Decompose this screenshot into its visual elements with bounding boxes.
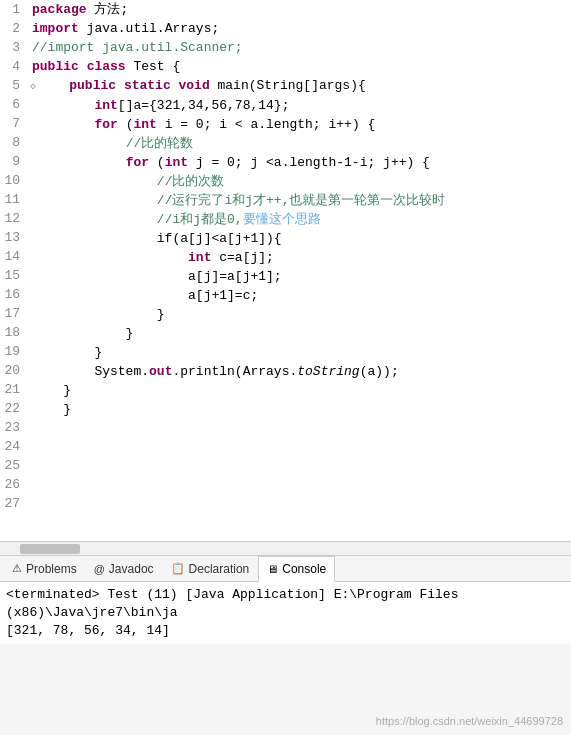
declaration-label: Declaration bbox=[189, 562, 250, 576]
declaration-icon: 📋 bbox=[171, 562, 185, 575]
code-line: for (int i = 0; i < a.length; i++) { bbox=[32, 115, 567, 134]
javadoc-label: Javadoc bbox=[109, 562, 154, 576]
code-line: System.out.println(Arrays.toString(a)); bbox=[32, 362, 567, 381]
code-line: public class Test { bbox=[32, 57, 567, 76]
code-line: } bbox=[32, 305, 567, 324]
horizontal-scrollbar[interactable] bbox=[0, 541, 571, 555]
tab-problems[interactable]: ⚠Problems bbox=[4, 556, 86, 582]
code-line: //比的次数 bbox=[32, 172, 567, 191]
console-line2: [321, 78, 56, 34, 14] bbox=[6, 622, 565, 640]
code-line: a[j]=a[j+1]; bbox=[32, 267, 567, 286]
tabs-bar: ⚠Problems@Javadoc📋Declaration🖥Console bbox=[0, 556, 571, 582]
line-numbers: 1234567891011121314151617181920212223242… bbox=[0, 0, 28, 541]
code-line: a[j+1]=c; bbox=[32, 286, 567, 305]
javadoc-icon: @ bbox=[94, 563, 105, 575]
code-line: import java.util.Arrays; bbox=[32, 19, 567, 38]
code-line: if(a[j]<a[j+1]){ bbox=[32, 229, 567, 248]
code-line: } bbox=[32, 381, 567, 400]
code-line: } bbox=[32, 343, 567, 362]
code-line: ◇ public static void main(String[]args){ bbox=[32, 76, 567, 96]
console-content: <terminated> Test (11) [Java Application… bbox=[0, 582, 571, 644]
code-line: for (int j = 0; j <a.length-1-i; j++) { bbox=[32, 153, 567, 172]
scrollbar-thumb[interactable] bbox=[20, 544, 80, 554]
tab-javadoc[interactable]: @Javadoc bbox=[86, 556, 163, 582]
problems-icon: ⚠ bbox=[12, 562, 22, 575]
code-line: package 方法; bbox=[32, 0, 567, 19]
code-line: } bbox=[32, 324, 567, 343]
editor-area: 1234567891011121314151617181920212223242… bbox=[0, 0, 571, 555]
code-content[interactable]: package 方法;import java.util.Arrays;//imp… bbox=[28, 0, 571, 541]
code-line: //比的轮数 bbox=[32, 134, 567, 153]
code-line: //i和j都是0,要懂这个思路 bbox=[32, 210, 567, 229]
tab-declaration[interactable]: 📋Declaration bbox=[163, 556, 259, 582]
console-label: Console bbox=[282, 562, 326, 576]
code-line: //运行完了i和j才++,也就是第一轮第一次比较时 bbox=[32, 191, 567, 210]
code-line: } bbox=[32, 400, 567, 419]
tab-console[interactable]: 🖥Console bbox=[258, 556, 335, 582]
problems-label: Problems bbox=[26, 562, 77, 576]
console-icon: 🖥 bbox=[267, 563, 278, 575]
code-line: int c=a[j]; bbox=[32, 248, 567, 267]
code-container[interactable]: 1234567891011121314151617181920212223242… bbox=[0, 0, 571, 541]
watermark: https://blog.csdn.net/weixin_44699728 bbox=[376, 715, 563, 727]
bottom-panel: ⚠Problems@Javadoc📋Declaration🖥Console <t… bbox=[0, 555, 571, 735]
code-line: int[]a={321,34,56,78,14}; bbox=[32, 96, 567, 115]
console-line1: <terminated> Test (11) [Java Application… bbox=[6, 586, 565, 622]
code-line: //import java.util.Scanner; bbox=[32, 38, 567, 57]
